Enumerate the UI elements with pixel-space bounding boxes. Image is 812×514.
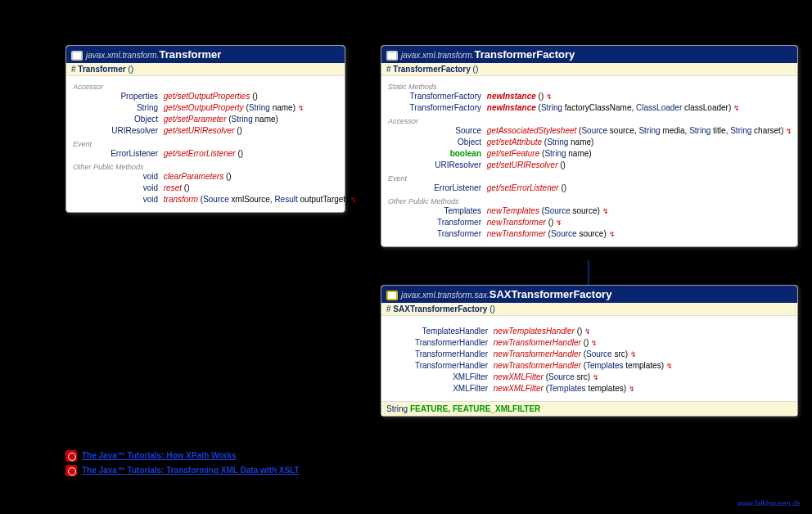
method-row: TransformerHandler newTransformerHandler… bbox=[388, 360, 791, 372]
constructor: # SAXTransformerFactory () bbox=[381, 303, 797, 316]
method-row: Source getAssociatedStylesheet (Source s… bbox=[388, 125, 791, 137]
method-row: void reset () bbox=[73, 183, 338, 194]
method-row: ErrorListener get/setErrorListener () bbox=[388, 183, 791, 194]
method-row: Object get/setAttribute (String name) bbox=[388, 137, 791, 148]
method-row: TemplatesHandler newTemplatesHandler () … bbox=[388, 326, 791, 337]
method-row: Transformer newTransformer (Source sourc… bbox=[388, 228, 791, 240]
members: Static Methods TransformerFactory newIns… bbox=[381, 76, 797, 246]
method-row: String get/setOutputProperty (String nam… bbox=[73, 102, 338, 114]
method-row: Transformer newTransformer () ↯ bbox=[388, 217, 791, 228]
class-icon bbox=[71, 51, 83, 61]
method-row: Object get/setParameter (String name) bbox=[73, 114, 338, 125]
method-row: ErrorListener get/setErrorListener () bbox=[73, 148, 338, 160]
method-row: boolean get/setFeature (String name) bbox=[388, 148, 791, 160]
constructor: # Transformer () bbox=[66, 63, 345, 76]
link-row: The Java™ Tutorials: How XPath Works bbox=[65, 450, 300, 462]
method-row: URIResolver get/setURIResolver () bbox=[73, 125, 338, 137]
method-row: void clearParameters () bbox=[73, 171, 338, 183]
class-icon bbox=[386, 291, 398, 300]
method-row: Templates newTemplates (Source source) ↯ bbox=[388, 205, 791, 217]
method-row: void transform (Source xmlSource, Result… bbox=[73, 194, 338, 205]
credit-text: www.falkhausen.de bbox=[737, 499, 801, 507]
class-box-transformer: javax.xml.transform.Transformer # Transf… bbox=[65, 45, 345, 213]
class-icon bbox=[386, 51, 398, 61]
header-factory: javax.xml.transform.TransformerFactory bbox=[381, 46, 797, 63]
method-row: TransformerHandler newTransformerHandler… bbox=[388, 349, 791, 360]
method-row: XMLFilter newXMLFilter (Source src) ↯ bbox=[388, 372, 791, 383]
oracle-icon bbox=[65, 450, 77, 462]
header-transformer: javax.xml.transform.Transformer bbox=[66, 46, 345, 63]
members: TemplatesHandler newTemplatesHandler () … bbox=[381, 316, 797, 401]
link-xslt[interactable]: The Java™ Tutorials: Transforming XML Da… bbox=[82, 466, 300, 475]
method-row: TransformerFactory newInstance () ↯ bbox=[388, 91, 791, 102]
oracle-icon bbox=[65, 465, 77, 476]
method-row: TransformerHandler newTransformerHandler… bbox=[388, 337, 791, 349]
link-row: The Java™ Tutorials: Transforming XML Da… bbox=[65, 465, 300, 476]
external-links: The Java™ Tutorials: How XPath Works The… bbox=[65, 447, 300, 480]
class-box-transformerfactory: javax.xml.transform.TransformerFactory #… bbox=[381, 45, 798, 247]
members: Accessor Properties get/setOutputPropert… bbox=[66, 76, 345, 212]
link-xpath[interactable]: The Java™ Tutorials: How XPath Works bbox=[82, 451, 237, 460]
method-row: Properties get/setOutputProperties () bbox=[73, 91, 338, 102]
method-row: URIResolver get/setURIResolver () bbox=[388, 160, 791, 171]
method-row: XMLFilter newXMLFilter (Templates templa… bbox=[388, 383, 791, 395]
class-box-saxtransformerfactory: javax.xml.transform.sax.SAXTransformerFa… bbox=[381, 285, 798, 417]
method-row: TransformerFactory newInstance (String f… bbox=[388, 102, 791, 114]
inheritance-connector bbox=[588, 260, 589, 286]
header-sax: javax.xml.transform.sax.SAXTransformerFa… bbox=[381, 286, 797, 303]
constructor: # TransformerFactory () bbox=[381, 63, 797, 76]
constants: String FEATURE, FEATURE_XMLFILTER bbox=[381, 401, 797, 416]
